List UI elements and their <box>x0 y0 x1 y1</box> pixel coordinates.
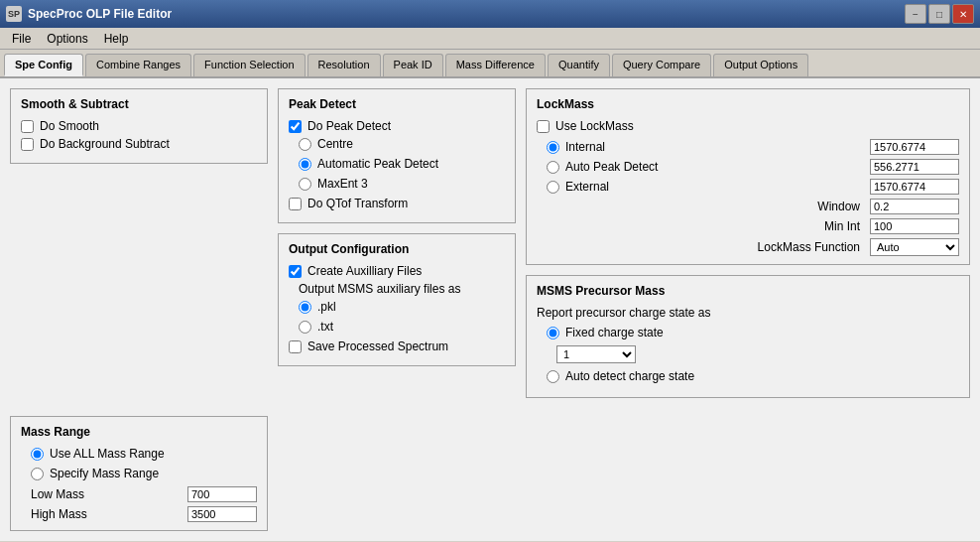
menu-file[interactable]: File <box>4 30 39 48</box>
menu-help[interactable]: Help <box>96 30 137 48</box>
mass-range-title: Mass Range <box>21 425 257 439</box>
low-mass-label: Low Mass <box>31 487 184 501</box>
qtof-label: Do QTof Transform <box>307 197 408 210</box>
tab-peak-id[interactable]: Peak ID <box>383 54 443 76</box>
tab-query-compare[interactable]: Query Compare <box>612 54 711 76</box>
internal-value-input[interactable] <box>870 139 959 155</box>
auto-detect-charge-label: Auto detect charge state <box>565 369 694 383</box>
mass-range-panel: Mass Range Use ALL Mass Range Specify Ma… <box>10 416 268 531</box>
tabs-bar: Spe Config Combine Ranges Function Selec… <box>0 50 980 78</box>
tab-mass-difference[interactable]: Mass Difference <box>445 54 546 76</box>
use-lockmass-label: Use LockMass <box>555 119 634 133</box>
save-spectrum-checkbox[interactable] <box>289 340 302 353</box>
maxent-label: MaxEnt 3 <box>317 177 368 191</box>
window-input[interactable] <box>870 199 959 214</box>
min-int-label: Min Int <box>547 219 866 233</box>
create-aux-checkbox[interactable] <box>289 265 302 278</box>
window-title: SpecProc OLP File Editor <box>28 7 905 21</box>
internal-radio[interactable] <box>547 141 559 154</box>
output-config-panel: Output Configuration Create Auxilliary F… <box>278 233 516 366</box>
save-spectrum-label: Save Processed Spectrum <box>307 339 448 353</box>
qtof-row: Do QTof Transform <box>289 197 505 210</box>
create-aux-row: Create Auxilliary Files <box>289 264 505 278</box>
charge-dropdown-row: 1 2 3 4 <box>556 345 959 363</box>
window-controls: − □ ✕ <box>905 4 974 24</box>
tab-spe-config[interactable]: Spe Config <box>4 54 83 76</box>
external-input[interactable] <box>870 179 959 195</box>
use-all-mass-radio[interactable] <box>31 448 44 461</box>
auto-detect-charge-radio[interactable] <box>547 370 559 383</box>
do-background-label: Do Background Subtract <box>40 137 170 151</box>
pkl-row: .pkl <box>299 300 505 314</box>
use-all-mass-row: Use ALL Mass Range <box>31 447 257 461</box>
title-bar: SP SpecProc OLP File Editor − □ ✕ <box>0 0 980 28</box>
txt-row: .txt <box>299 320 505 334</box>
pkl-radio[interactable] <box>299 301 311 314</box>
output-msms-label-row: Output MSMS auxiliary files as <box>299 282 505 296</box>
menu-options[interactable]: Options <box>39 30 95 48</box>
output-msms-label: Output MSMS auxiliary files as <box>299 282 460 296</box>
tab-combine-ranges[interactable]: Combine Ranges <box>85 54 191 76</box>
lockmass-fn-select[interactable]: Auto Manual <box>870 238 959 256</box>
msms-title: MSMS Precursor Mass <box>537 284 959 298</box>
charge-select[interactable]: 1 2 3 4 <box>556 345 636 363</box>
lockmass-fn-label: LockMass Function <box>547 240 866 254</box>
restore-button[interactable]: □ <box>928 4 950 24</box>
use-lockmass-checkbox[interactable] <box>537 120 550 133</box>
tab-output-options[interactable]: Output Options <box>713 54 808 76</box>
auto-peak-radio[interactable] <box>299 158 311 171</box>
fixed-charge-radio[interactable] <box>547 327 559 339</box>
tab-resolution[interactable]: Resolution <box>307 54 381 76</box>
maxent-radio[interactable] <box>299 178 311 191</box>
smooth-subtract-title: Smooth & Subtract <box>21 97 257 111</box>
maxent-row: MaxEnt 3 <box>299 177 505 191</box>
window-label: Window <box>547 200 866 213</box>
create-aux-label: Create Auxilliary Files <box>307 264 422 278</box>
external-radio[interactable] <box>547 181 559 194</box>
low-mass-input[interactable] <box>187 486 257 502</box>
fixed-charge-label: Fixed charge state <box>565 326 664 339</box>
section-right: LockMass Use LockMass Internal Auto Peak… <box>526 88 970 531</box>
use-all-mass-label: Use ALL Mass Range <box>50 447 165 461</box>
internal-radio-row: Internal <box>547 140 866 154</box>
specify-mass-radio[interactable] <box>31 468 44 480</box>
high-mass-label: High Mass <box>31 507 184 521</box>
do-smooth-label: Do Smooth <box>40 119 99 133</box>
mass-range-fields: Low Mass High Mass <box>31 486 257 522</box>
lockmass-title: LockMass <box>537 97 959 111</box>
min-int-input[interactable] <box>870 218 959 234</box>
external-radio-row: External <box>547 180 866 194</box>
auto-peak-detect-radio[interactable] <box>547 161 559 174</box>
fixed-charge-row: Fixed charge state <box>547 326 959 339</box>
do-peak-detect-checkbox[interactable] <box>289 120 302 133</box>
centre-label: Centre <box>317 137 353 151</box>
auto-peak-detect-input[interactable] <box>870 159 959 175</box>
do-background-checkbox[interactable] <box>21 138 34 151</box>
do-smooth-checkbox[interactable] <box>21 120 34 133</box>
specify-mass-label: Specify Mass Range <box>50 467 159 480</box>
use-lockmass-row: Use LockMass <box>537 119 959 133</box>
menu-bar: File Options Help <box>0 28 980 50</box>
minimize-button[interactable]: − <box>905 4 926 24</box>
smooth-subtract-panel: Smooth & Subtract Do Smooth Do Backgroun… <box>10 88 268 164</box>
auto-peak-detect-label: Auto Peak Detect <box>565 160 658 174</box>
output-config-title: Output Configuration <box>289 242 505 256</box>
do-background-row: Do Background Subtract <box>21 137 257 151</box>
centre-row: Centre <box>299 137 505 151</box>
do-peak-detect-row: Do Peak Detect <box>289 119 505 133</box>
qtof-checkbox[interactable] <box>289 198 302 210</box>
close-button[interactable]: ✕ <box>952 4 974 24</box>
external-label: External <box>565 180 609 194</box>
tab-function-selection[interactable]: Function Selection <box>193 54 306 76</box>
pkl-label: .pkl <box>317 300 336 314</box>
main-content: Smooth & Subtract Do Smooth Do Backgroun… <box>0 78 980 541</box>
peak-detect-title: Peak Detect <box>289 97 505 111</box>
specify-mass-row: Specify Mass Range <box>31 467 257 480</box>
centre-radio[interactable] <box>299 138 311 151</box>
app-icon: SP <box>6 6 22 22</box>
high-mass-input[interactable] <box>187 506 257 522</box>
txt-radio[interactable] <box>299 321 311 334</box>
msms-panel: MSMS Precursor Mass Report precursor cha… <box>526 275 970 398</box>
tab-quantify[interactable]: Quantify <box>548 54 610 76</box>
section-mid: Peak Detect Do Peak Detect Centre Automa… <box>278 88 516 531</box>
